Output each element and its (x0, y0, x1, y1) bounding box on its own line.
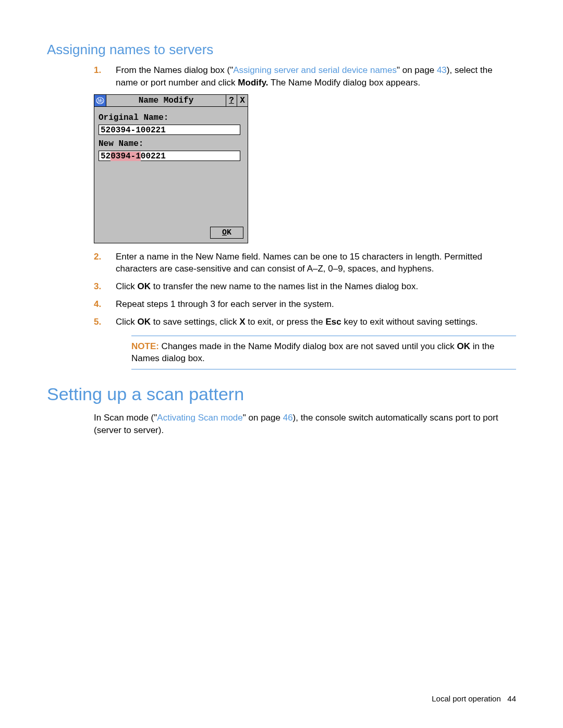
footer-page: 44 (507, 694, 516, 703)
link-assigning-names[interactable]: Assigning server and serial device names (233, 65, 397, 75)
step3-ok: OK (138, 281, 151, 291)
scan-a: In Scan mode (" (94, 413, 157, 423)
dialog-footer: OK (94, 225, 248, 243)
dialog-title: Name Modify (106, 95, 226, 106)
steps-list-2: Enter a name in the New Name field. Name… (47, 251, 516, 370)
ok-rest: K (227, 228, 231, 237)
new-name-label: New Name: (99, 139, 243, 149)
footer-text: Local port operation (432, 694, 501, 703)
step5-c: to save settings, click (151, 317, 239, 327)
note-box: NOTE: Changes made in the Name Modify di… (131, 336, 516, 370)
dialog-ok-button[interactable]: OK (210, 227, 243, 239)
step-3: Click OK to transfer the new name to the… (94, 280, 516, 293)
steps-list-1: From the Names dialog box ("Assigning se… (47, 64, 516, 89)
step1-text-d: The Name Modify dialog box appears. (268, 78, 421, 88)
step5-ok: OK (138, 317, 151, 327)
new-name-pre: 52 (101, 152, 111, 161)
step1-text-b: " on page (397, 65, 437, 75)
new-name-selection: 0394-1 (111, 152, 141, 161)
new-name-post: 00221 (141, 152, 166, 161)
step-1: From the Names dialog box ("Assigning se… (94, 64, 516, 89)
heading-assigning: Assigning names to servers (47, 42, 516, 58)
new-name-input[interactable]: 520394-100221 (99, 151, 240, 161)
dialog-close-button[interactable]: X (237, 95, 248, 106)
dialog-body: Original Name: 520394-100221 New Name: 5… (94, 106, 248, 225)
new-name-underline: N (99, 139, 104, 149)
step-2: Enter a name in the New Name field. Name… (94, 251, 516, 276)
note-ok: OK (457, 341, 471, 351)
link-page-46[interactable]: 46 (283, 413, 293, 423)
scan-b: " on page (243, 413, 283, 423)
step3-b: to transfer the new name to the names li… (151, 281, 418, 291)
ok-underline: O (222, 228, 227, 237)
link-activating-scan[interactable]: Activating Scan mode (157, 413, 242, 423)
step-4: Repeat steps 1 through 3 for each server… (94, 298, 516, 311)
dialog-titlebar: Name Modify ? X (94, 95, 248, 106)
new-name-rest: ew Name: (104, 139, 144, 149)
step5-a: Click (116, 317, 138, 327)
original-name-input[interactable]: 520394-100221 (99, 125, 240, 135)
name-modify-dialog: Name Modify ? X Original Name: 520394-10… (94, 94, 248, 243)
dialog-help-button[interactable]: ? (226, 95, 237, 106)
step5-e: key to exit without saving settings. (341, 317, 478, 327)
note-label: NOTE: (131, 341, 159, 351)
step-5: Click OK to save settings, click X to ex… (94, 316, 516, 369)
hp-logo-icon (94, 95, 106, 106)
step5-d: to exit, or press the (245, 317, 325, 327)
heading-scan-pattern: Setting up a scan pattern (47, 384, 516, 404)
link-page-43[interactable]: 43 (437, 65, 447, 75)
scan-body: In Scan mode ("Activating Scan mode" on … (47, 412, 516, 437)
step1-text-a: From the Names dialog box (" (116, 65, 233, 75)
step5-x: X (239, 317, 245, 327)
step1-modify: Modify. (238, 78, 268, 88)
note-a: Changes made in the Name Modify dialog b… (159, 341, 457, 351)
step5-esc: Esc (326, 317, 341, 327)
step3-a: Click (116, 281, 138, 291)
page-footer: Local port operation 44 (432, 694, 516, 703)
original-name-label: Original Name: (99, 113, 243, 122)
